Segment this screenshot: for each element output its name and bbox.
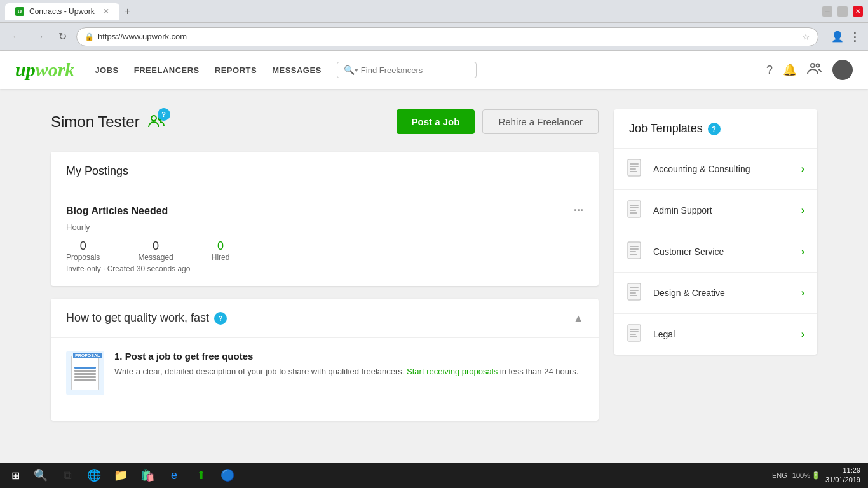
job-template-item[interactable]: Design & Creative › <box>614 273 817 314</box>
nav-messages[interactable]: MESSAGES <box>272 65 322 75</box>
tab-close-btn[interactable]: ✕ <box>103 7 109 16</box>
nav-freelancers[interactable]: FREELANCERS <box>134 65 200 75</box>
taskbar-search[interactable]: 🔍 <box>28 463 53 488</box>
browser-tab[interactable]: U Contracts - Upwork ✕ <box>5 3 119 20</box>
my-postings-title: My Postings <box>66 165 583 178</box>
avatar[interactable] <box>832 60 853 80</box>
posting-menu-btn[interactable]: ··· <box>574 204 583 217</box>
job-template-item[interactable]: Accounting & Consulting › <box>614 149 817 190</box>
taskbar-explorer[interactable]: 📁 <box>108 463 133 488</box>
svg-rect-23 <box>630 295 637 296</box>
maximize-btn[interactable]: □ <box>837 6 848 17</box>
taskbar-time: 11:29 31/01/2019 <box>825 466 860 485</box>
svg-rect-26 <box>630 331 639 332</box>
notifications-btn[interactable]: 🔔 <box>783 63 797 77</box>
svg-rect-20 <box>630 287 639 288</box>
profile-header: Simon Tester ? Post a Job Rehire a Freel… <box>51 109 599 134</box>
taskbar-store-icon: 🛍️ <box>140 468 154 482</box>
address-bar-row: ← → ↻ 🔒 https://www.upwork.com ☆ 👤 ⋮ <box>0 23 868 51</box>
job-template-item[interactable]: Legal › <box>614 314 817 355</box>
svg-point-1 <box>817 64 820 67</box>
taskbar-chrome[interactable]: 🔵 <box>215 463 240 488</box>
posting-stats-row: 0 Proposals 0 Messaged 0 Hired <box>66 240 583 262</box>
search-dropdown-icon[interactable]: ▾ <box>355 66 358 74</box>
taskbar-battery: 100% 🔋 <box>792 471 820 480</box>
job-template-label: Design & Creative <box>653 288 801 298</box>
back-btn[interactable]: ← <box>8 28 25 46</box>
svg-rect-27 <box>630 334 636 335</box>
battery-value: 100% <box>792 471 810 479</box>
svg-rect-10 <box>630 205 639 206</box>
search-bar[interactable]: 🔍 ▾ <box>337 62 477 78</box>
lock-icon: 🔒 <box>85 32 94 41</box>
svg-rect-21 <box>630 290 639 291</box>
job-template-chevron-icon: › <box>801 205 804 216</box>
job-templates-list: Accounting & Consulting › Admin Support … <box>614 149 817 355</box>
tab-title: Contracts - Upwork <box>29 7 95 16</box>
posting-meta: Invite-only · Created 30 seconds ago <box>66 264 583 273</box>
doc-icon <box>627 159 644 179</box>
svg-rect-22 <box>630 292 636 294</box>
hired-stat: 0 Hired <box>212 240 230 262</box>
search-input[interactable] <box>361 65 463 75</box>
job-template-chevron-icon: › <box>801 163 804 175</box>
taskbar-upwork-icon: ⬆ <box>196 468 206 482</box>
svg-rect-16 <box>630 248 639 250</box>
refresh-btn[interactable]: ↻ <box>53 28 71 46</box>
how-to-body: PROPOSAL 1. Post a job to get free quote… <box>51 337 599 421</box>
step-1-heading: 1. Post a job to get free quotes <box>114 351 578 362</box>
logo-up: up <box>15 59 36 80</box>
svg-point-2 <box>151 116 156 121</box>
taskbar-right: ENG 100% 🔋 11:29 31/01/2019 <box>767 466 865 485</box>
job-template-item[interactable]: Admin Support › <box>614 190 817 231</box>
taskbar-edge[interactable]: 🌐 <box>81 463 107 488</box>
how-to-help-badge[interactable]: ? <box>214 312 227 325</box>
extensions-btn[interactable]: 👤 <box>831 30 844 43</box>
hired-label: Hired <box>212 253 230 262</box>
help-btn[interactable]: ? <box>766 64 773 77</box>
taskbar-task-view[interactable]: ⧉ <box>55 463 80 488</box>
proposals-value: 0 <box>80 240 86 253</box>
how-to-card: How to get quality work, fast ? ▲ PROPOS… <box>51 299 599 421</box>
team-btn[interactable] <box>807 61 822 79</box>
new-tab-button[interactable]: + <box>125 6 130 17</box>
address-bar[interactable]: 🔒 https://www.upwork.com ☆ <box>76 27 818 46</box>
step-1-icon: PROPOSAL <box>66 351 104 395</box>
minimize-btn[interactable]: ─ <box>822 6 832 17</box>
posting-title-text[interactable]: Blog Articles Needed <box>66 205 168 217</box>
job-template-item[interactable]: Customer Service › <box>614 231 817 273</box>
svg-rect-25 <box>630 329 639 330</box>
step-1-text-normal: Write a clear, detailed description of y… <box>114 367 404 376</box>
job-templates-help-badge[interactable]: ? <box>708 123 721 135</box>
nav-jobs[interactable]: JOBS <box>95 65 118 75</box>
posting-item: Blog Articles Needed ··· Hourly 0 Propos… <box>51 191 599 286</box>
taskbar-sys-icons: ENG <box>772 471 787 479</box>
taskbar-upwork[interactable]: ⬆ <box>188 463 214 488</box>
battery-icon: 🔋 <box>811 471 820 480</box>
taskbar-explorer-icon: 📁 <box>114 468 128 482</box>
forward-btn[interactable]: → <box>31 28 48 46</box>
profile-help-badge[interactable]: ? <box>158 108 170 121</box>
chrome-menu-btn[interactable]: ⋮ <box>849 30 860 44</box>
taskbar-store[interactable]: 🛍️ <box>135 463 160 488</box>
bookmark-icon[interactable]: ☆ <box>802 32 810 42</box>
taskbar-taskview-icon: ⧉ <box>64 469 72 482</box>
posting-title-row: Blog Articles Needed ··· <box>66 204 583 217</box>
rehire-button[interactable]: Rehire a Freelancer <box>482 109 599 134</box>
taskbar-ie[interactable]: e <box>161 463 187 488</box>
posting-type: Hourly <box>66 222 583 232</box>
taskbar-ie-icon: e <box>171 469 177 482</box>
job-template-chevron-icon: › <box>801 287 804 299</box>
profile-left: Simon Tester ? <box>51 113 165 131</box>
doc-icon <box>627 200 644 220</box>
how-to-collapse-btn[interactable]: ▲ <box>573 313 583 324</box>
step-1-link[interactable]: Start receiving proposals <box>407 367 498 376</box>
logo[interactable]: upwork <box>15 59 74 81</box>
svg-rect-6 <box>630 166 639 167</box>
my-postings-header: My Postings <box>51 152 599 191</box>
close-btn[interactable]: ✕ <box>853 6 863 17</box>
start-button[interactable]: ⊞ <box>3 463 28 488</box>
taskbar-chrome-icon: 🔵 <box>220 468 234 482</box>
post-job-button[interactable]: Post a Job <box>397 109 475 134</box>
nav-reports[interactable]: REPORTS <box>215 65 257 75</box>
